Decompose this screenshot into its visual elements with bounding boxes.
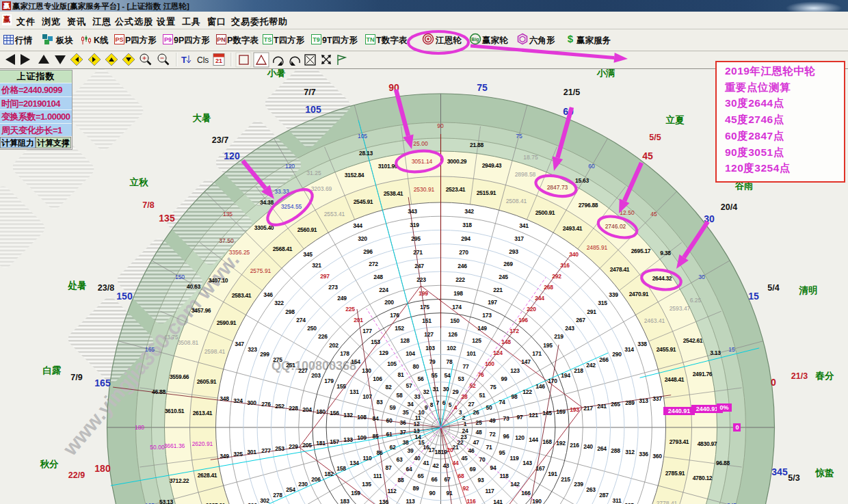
svg-text:Cls: Cls xyxy=(197,55,209,65)
svg-text:Big: Big xyxy=(471,37,479,42)
svg-text:$: $ xyxy=(568,33,574,44)
svg-text:21: 21 xyxy=(215,57,222,64)
svg-text:T: T xyxy=(181,55,187,65)
